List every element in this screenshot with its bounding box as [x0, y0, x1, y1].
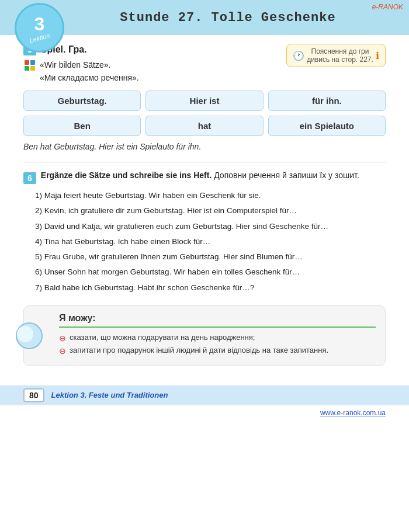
section6-title-german: Ergänze die Sätze und schreibe sie ins H… [41, 171, 212, 180]
word-box-3: Ben [23, 116, 141, 136]
ich-kann-text-1: запитати про подарунок іншій людині й да… [70, 346, 328, 354]
info-box: 🕐 Пояснення до гри дивись на стор. 227. … [286, 44, 386, 67]
section6-title-ukrainian: Доповни речення й запиши їх у зошит. [212, 171, 359, 180]
red-circle-icon-1: ⊖ [59, 346, 66, 356]
puzzle-icon [23, 59, 36, 72]
lektion-badge: 3 Lektion [15, 3, 64, 53]
section6-header: 6 Ergänze die Sätze und schreibe sie ins… [23, 169, 386, 186]
website-link[interactable]: www.e-ranok.com.ua [0, 405, 409, 420]
svg-rect-1 [30, 60, 35, 65]
section5: 5 Spiel. Гра. 🕐 Пояснення до гри дивись … [23, 44, 386, 151]
eranok-logo: e-RANOK [372, 3, 403, 11]
ich-kann-item-1: ⊖ запитати про подарунок іншій людині й … [59, 346, 376, 356]
svg-rect-3 [30, 66, 35, 71]
svg-point-5 [17, 326, 33, 342]
svg-rect-2 [25, 66, 29, 71]
section5-header: 5 Spiel. Гра. 🕐 Пояснення до гри дивись … [23, 44, 386, 55]
footer-bar: 80 Lektion 3. Feste und Traditionen [0, 385, 409, 405]
page-title: Stunde 27. Tolle Geschenke [120, 11, 335, 25]
ich-kann-moon-icon [15, 321, 44, 350]
website-url[interactable]: www.e-ranok.com.ua [320, 409, 386, 417]
example-sentence: Ben hat Geburtstag. Hier ist ein Spielau… [23, 142, 386, 151]
main-content: 5 Spiel. Гра. 🕐 Пояснення до гри дивись … [0, 35, 409, 375]
word-box-1: Hier ist [145, 91, 263, 111]
word-box-0: Geburtstag. [23, 91, 141, 111]
footer-text: Lektion 3. Feste und Traditionen [51, 391, 168, 399]
exercises-list: 1) Maja feiert heute Geburtstag. Wir hab… [35, 190, 386, 294]
exercise-item-3: 4) Tina hat Geburtstag. Ich habe einen B… [35, 236, 386, 248]
exclamation-icon: ℹ [376, 50, 379, 61]
exercise-item-5: 6) Unser Sohn hat morgen Geburtstag. Wir… [35, 266, 386, 278]
ich-kann-container: Я можу: ⊖ сказати, що можна подарувати н… [23, 305, 386, 366]
red-circle-icon-0: ⊖ [59, 333, 66, 343]
info-icon: 🕐 [293, 50, 304, 61]
exercise-item-4: 5) Frau Grube, wir gratulieren Ihnen zum… [35, 251, 386, 263]
word-boxes-grid: Geburtstag. Hier ist für ihn. Ben hat ei… [23, 91, 386, 136]
svg-rect-0 [25, 60, 29, 65]
divider [23, 162, 386, 162]
word-box-5: ein Spielauto [268, 116, 386, 136]
ich-kann-section: Я можу: ⊖ сказати, що можна подарувати н… [23, 305, 386, 366]
section6-number: 6 [23, 172, 36, 184]
info-box-row: 🕐 Пояснення до гри дивись на стор. 227. … [293, 47, 379, 64]
section5-subtitle2: «Ми складаємо речення». [40, 73, 386, 82]
exercise-item-1: 2) Kevin, ich gratuliere dir zum Geburts… [35, 205, 386, 217]
exercise-item-2: 3) David und Katja, wir gratulieren euch… [35, 221, 386, 232]
ich-kann-title: Я можу: [59, 313, 376, 328]
section6: 6 Ergänze die Sätze und schreibe sie ins… [23, 169, 386, 294]
exercise-item-0: 1) Maja feiert heute Geburtstag. Wir hab… [35, 190, 386, 201]
page-number: 80 [23, 388, 44, 402]
ich-kann-item-0: ⊖ сказати, що можна подарувати на день н… [59, 333, 376, 343]
exercise-item-6: 7) Bald habe ich Geburtstag. Habt ihr sc… [35, 282, 386, 294]
info-text: Пояснення до гри дивись на стор. 227. [307, 47, 373, 64]
lektion-number: 3 [34, 15, 45, 33]
ich-kann-text-0: сказати, що можна подарувати на день нар… [70, 333, 255, 342]
section5-subtitle1: «Wir bilden Sätze». [40, 60, 110, 69]
section6-title: Ergänze die Sätze und schreibe sie ins H… [41, 169, 359, 182]
word-box-4: hat [145, 116, 263, 136]
word-box-2: für ihn. [268, 91, 386, 111]
